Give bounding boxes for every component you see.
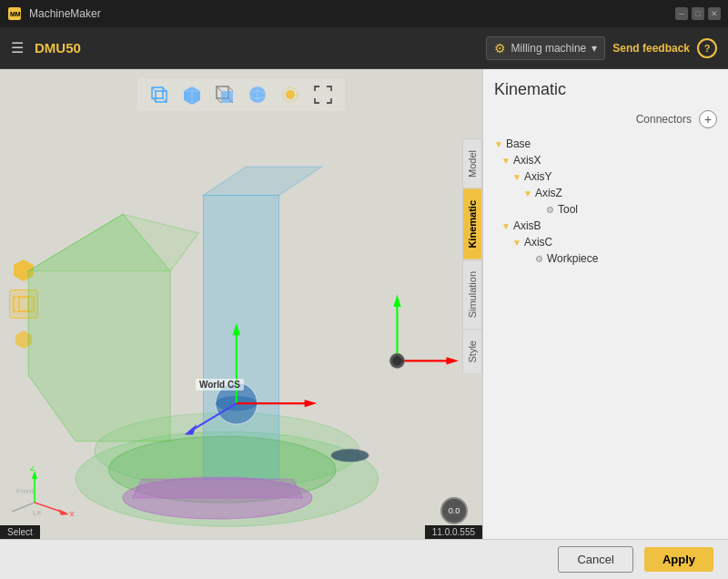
tree-item-axisz[interactable]: ▼ AxisZ <box>494 185 717 201</box>
tab-kinematic[interactable]: Kinematic <box>463 188 481 259</box>
svg-text:MM: MM <box>10 11 21 17</box>
apply-button[interactable]: Apply <box>644 547 713 572</box>
svg-text:Z: Z <box>30 466 35 472</box>
connectors-label: Connectors <box>636 113 692 126</box>
svg-line-56 <box>12 503 35 512</box>
machine-type-selector[interactable]: ⚙ Milling machine ▾ <box>486 36 606 60</box>
svg-marker-31 <box>203 167 321 195</box>
tab-model[interactable]: Model <box>463 138 481 188</box>
svg-marker-47 <box>447 357 460 364</box>
svg-point-49 <box>389 353 405 369</box>
machine-type-label: Milling machine <box>511 42 587 55</box>
machine-name: DMU50 <box>35 40 81 56</box>
svg-text:Front: Front <box>16 487 34 495</box>
minimize-button[interactable]: ─ <box>675 7 688 20</box>
svg-point-37 <box>331 449 369 462</box>
tool-icon: ⚙ <box>546 205 554 215</box>
speed-indicator: 0.0 <box>440 497 468 524</box>
svg-marker-54 <box>58 509 69 515</box>
app-icon: MM <box>7 6 22 21</box>
send-feedback-button[interactable]: Send feedback <box>612 42 690 55</box>
tree-item-axisy[interactable]: ▼ AxisY <box>494 168 717 185</box>
svg-text:Lft: Lft <box>33 509 42 516</box>
tree-item-axisc[interactable]: ▼ AxisC <box>494 234 717 250</box>
select-status: Select <box>0 525 40 539</box>
bottom-bar: Cancel Apply <box>0 539 728 579</box>
cancel-button[interactable]: Cancel <box>558 546 632 573</box>
maximize-button[interactable]: □ <box>692 7 704 20</box>
svg-marker-41 <box>305 400 318 407</box>
main-toolbar: ☰ DMU50 ⚙ Milling machine ▾ Send feedbac… <box>0 27 728 69</box>
tree-item-tool[interactable]: ⚙ Tool <box>494 201 717 218</box>
right-panel: Kinematic Connectors + ▼ Base ▼ AxisX <box>482 69 728 539</box>
tree-item-workpiece[interactable]: ⚙ Workpiece <box>494 250 717 267</box>
tree-item-axisb[interactable]: ▼ AxisB <box>494 218 717 234</box>
svg-marker-45 <box>393 295 400 308</box>
tab-simulation[interactable]: Simulation <box>463 259 481 329</box>
corner-axes: Z X Lft Front <box>7 466 80 521</box>
kinematic-tree: ▼ Base ▼ AxisX ▼ AxisY ▼ AxisZ <box>494 136 717 267</box>
machine-icon: ⚙ <box>494 41 506 56</box>
app-title: MachineMaker <box>29 7 101 20</box>
tree-item-axisx[interactable]: ▼ AxisX <box>494 152 717 168</box>
tab-style[interactable]: Style <box>463 329 481 373</box>
version-label: 11.0.0.555 <box>425 525 482 539</box>
tree-item-base[interactable]: ▼ Base <box>494 136 717 152</box>
svg-text:X: X <box>69 510 75 516</box>
svg-marker-34 <box>132 479 302 498</box>
workpiece-icon: ⚙ <box>535 254 543 264</box>
close-button[interactable]: ✕ <box>708 7 721 20</box>
viewport[interactable]: World CS Z X Lft Front 0.0 Select <box>0 69 482 539</box>
kinematic-title: Kinematic <box>494 80 717 99</box>
menu-button[interactable]: ☰ <box>11 39 24 56</box>
chevron-down-icon: ▾ <box>592 42 597 55</box>
add-connector-button[interactable]: + <box>699 110 717 128</box>
world-cs-label: World CS <box>196 379 244 391</box>
svg-marker-29 <box>28 214 198 270</box>
help-button[interactable]: ? <box>697 38 717 58</box>
titlebar: MM MachineMaker ─ □ ✕ <box>0 0 728 27</box>
vertical-tabs: Model Kinematic Simulation Style <box>462 138 482 373</box>
